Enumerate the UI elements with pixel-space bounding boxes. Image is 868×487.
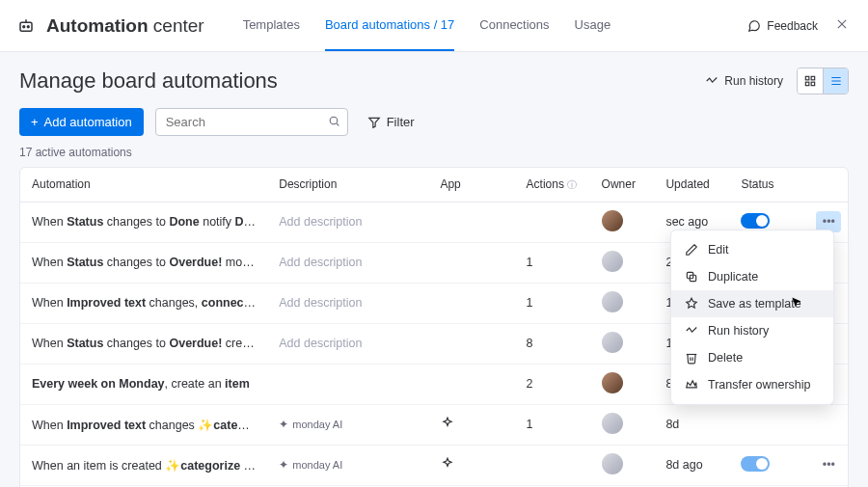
avatar[interactable] xyxy=(602,210,623,231)
automation-cell: When an item is created ✨categorize Impr… xyxy=(20,445,267,485)
copy-icon xyxy=(685,270,698,284)
pencil-icon xyxy=(685,243,698,257)
app-cell xyxy=(428,323,514,364)
app-cell xyxy=(428,364,514,404)
actions-cell xyxy=(515,202,590,242)
ai-sparkle-icon xyxy=(440,456,455,472)
col-app[interactable]: App xyxy=(428,168,514,202)
description-cell[interactable]: Add description xyxy=(267,323,428,364)
avatar[interactable] xyxy=(602,291,623,312)
description-cell[interactable]: ✦ monday AI xyxy=(267,404,428,445)
close-button[interactable] xyxy=(831,14,853,39)
app-cell xyxy=(428,242,514,283)
col-actions[interactable]: Actions ⓘ xyxy=(515,168,590,202)
menu-transfer-ownership[interactable]: Transfer ownership xyxy=(671,371,833,398)
col-status[interactable]: Status xyxy=(729,168,804,202)
svg-rect-0 xyxy=(20,22,32,31)
description-cell[interactable]: Add description xyxy=(267,283,428,323)
view-list-button[interactable] xyxy=(823,68,848,94)
owner-cell[interactable] xyxy=(590,242,655,283)
crown-icon xyxy=(685,378,698,392)
actions-cell: 1 xyxy=(515,283,590,323)
menu-delete[interactable]: Delete xyxy=(671,344,833,371)
col-owner[interactable]: Owner xyxy=(590,168,655,202)
actions-cell: 1 xyxy=(515,404,590,445)
tab-templates[interactable]: Templates xyxy=(243,0,300,51)
menu-edit[interactable]: Edit xyxy=(671,236,833,263)
status-cell[interactable] xyxy=(729,404,804,445)
list-icon xyxy=(829,74,843,88)
menu-run-history[interactable]: Run history xyxy=(671,317,833,344)
app-cell xyxy=(428,202,514,242)
owner-cell[interactable] xyxy=(590,323,655,364)
svg-point-2 xyxy=(27,25,29,27)
status-cell[interactable] xyxy=(729,445,804,485)
tab-board-automations[interactable]: Board automations / 17 xyxy=(325,0,454,51)
menu-save-as-template[interactable]: Save as template xyxy=(671,290,833,317)
status-toggle[interactable] xyxy=(741,213,770,229)
svg-point-1 xyxy=(23,25,25,27)
col-description[interactable]: Description xyxy=(267,168,428,202)
description-cell[interactable] xyxy=(267,364,428,404)
chat-icon xyxy=(747,19,761,33)
avatar[interactable] xyxy=(602,251,623,272)
svg-line-14 xyxy=(337,123,339,125)
svg-point-13 xyxy=(330,117,338,124)
actions-cell: 1 xyxy=(515,242,590,283)
view-toggle xyxy=(797,68,849,95)
automation-cell: When Status changes to Done notify Danie… xyxy=(20,202,267,242)
search-input[interactable] xyxy=(155,108,348,136)
owner-cell[interactable] xyxy=(590,445,655,485)
svg-marker-15 xyxy=(368,118,379,127)
table-row[interactable]: When an item is created ✨categorize Impr… xyxy=(20,445,848,485)
tab-strip: Templates Board automations / 17 Connect… xyxy=(243,0,611,51)
avatar[interactable] xyxy=(602,453,623,474)
tab-connections[interactable]: Connections xyxy=(479,0,549,51)
search-icon xyxy=(328,115,340,130)
filter-icon xyxy=(367,116,381,129)
view-grid-button[interactable] xyxy=(798,68,823,94)
pin-icon xyxy=(685,297,698,311)
col-updated[interactable]: Updated xyxy=(654,168,729,202)
filter-button[interactable]: Filter xyxy=(360,109,422,135)
description-cell[interactable]: Add description xyxy=(267,242,428,283)
owner-cell[interactable] xyxy=(590,364,655,404)
owner-cell[interactable] xyxy=(590,404,655,445)
row-actions-menu: Edit Duplicate Save as template Run hist… xyxy=(670,230,834,405)
svg-rect-9 xyxy=(811,82,815,86)
automation-cell: Every week on Monday, create an item xyxy=(20,364,267,404)
app-cell xyxy=(428,404,514,445)
activity-icon xyxy=(705,74,719,88)
description-cell[interactable]: Add description xyxy=(267,202,428,242)
col-automation[interactable]: Automation xyxy=(20,168,267,202)
tab-usage[interactable]: Usage xyxy=(575,0,611,51)
trash-icon xyxy=(685,351,698,365)
menu-duplicate[interactable]: Duplicate xyxy=(671,263,833,290)
updated-cell: 8d ago xyxy=(654,445,729,485)
automation-cell: When Improved text changes ✨categorize I… xyxy=(20,404,267,445)
owner-cell[interactable] xyxy=(590,202,655,242)
avatar[interactable] xyxy=(602,372,623,393)
table-row[interactable]: When Improved text changes ✨categorize I… xyxy=(20,404,848,445)
owner-cell[interactable] xyxy=(590,283,655,323)
add-automation-button[interactable]: + Add automation xyxy=(19,108,144,136)
automation-cell: When Status changes to Overdue! create a… xyxy=(20,323,267,364)
automation-cell: When Improved text changes, connect the … xyxy=(20,283,267,323)
page-title: Manage board automations xyxy=(19,68,705,94)
feedback-button[interactable]: Feedback xyxy=(747,19,818,33)
run-history-link[interactable]: Run history xyxy=(705,74,783,88)
avatar[interactable] xyxy=(602,413,623,434)
description-cell[interactable]: ✦ monday AI xyxy=(267,445,428,485)
automation-cell: When Status changes to Overdue! move ite… xyxy=(20,242,267,283)
more-cell: ••• xyxy=(804,445,848,485)
actions-cell: 8 xyxy=(515,323,590,364)
status-toggle[interactable] xyxy=(741,456,770,472)
actions-cell: 2 xyxy=(515,364,590,404)
automation-count: 17 active automations xyxy=(19,146,849,159)
svg-rect-6 xyxy=(805,76,809,80)
svg-rect-8 xyxy=(805,82,809,86)
svg-rect-7 xyxy=(811,76,815,80)
top-bar: Automation center Templates Board automa… xyxy=(0,0,868,52)
avatar[interactable] xyxy=(602,332,623,353)
row-more-button[interactable]: ••• xyxy=(816,454,841,475)
